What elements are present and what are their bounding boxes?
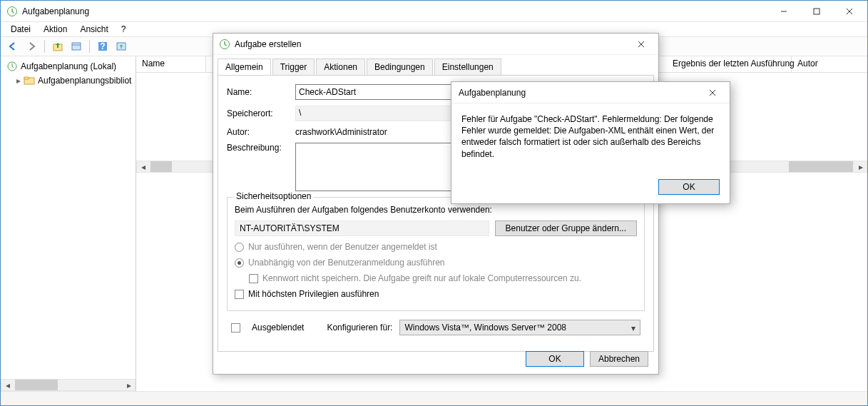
account-field: NT-AUTORITÄT\SYSTEM (235, 220, 489, 236)
security-options-group: Sicherheitsoptionen Beim Ausführen der A… (227, 197, 645, 311)
scroll-right-icon[interactable]: ▸ (854, 161, 867, 172)
label-hidden: Ausgeblendet (252, 323, 304, 333)
scroll-left-icon[interactable]: ◂ (137, 161, 149, 172)
tree-library-label: Aufgabenplanungsbibliot (38, 76, 131, 86)
tree-pane: Aufgabenplanung (Lokal) ▸ Aufgabenplanun… (1, 56, 136, 391)
dialog-titlebar: Aufgabe erstellen (213, 34, 658, 55)
scroll-right-icon[interactable]: ▸ (123, 380, 135, 390)
statusbar (1, 391, 867, 405)
refresh-button[interactable] (113, 39, 129, 54)
messagebox-close-button[interactable] (703, 83, 723, 102)
radio-run-any[interactable]: Unabhängig von der Benutzeranmeldung aus… (235, 258, 637, 268)
tree-library[interactable]: ▸ Aufgabenplanungsbibliot (1, 73, 136, 88)
tab-trigger[interactable]: Trigger (272, 59, 315, 76)
checkbox-hidden[interactable] (231, 323, 240, 333)
column-last-result[interactable]: Ergebnis der letzten Ausführung (667, 56, 792, 72)
dialog-close-button[interactable] (630, 34, 653, 54)
ok-button[interactable]: OK (526, 351, 584, 367)
menu-view[interactable]: Ansicht (74, 23, 113, 36)
change-user-button[interactable]: Benutzer oder Gruppe ändern... (495, 220, 637, 236)
properties-button[interactable] (68, 39, 84, 54)
minimize-button[interactable] (767, 1, 800, 21)
radio-icon (235, 258, 244, 268)
configure-for-select[interactable]: Windows Vista™, Windows Server™ 2008 ▾ (399, 320, 640, 335)
messagebox-ok-button[interactable]: OK (658, 179, 720, 195)
svg-rect-13 (24, 77, 29, 79)
label-location: Speicherort: (227, 108, 295, 118)
scrollbar-thumb[interactable] (789, 161, 853, 172)
cancel-button[interactable]: Abbrechen (590, 351, 648, 367)
checkbox-icon (249, 274, 258, 283)
label-author: Autor: (227, 127, 295, 137)
up-button[interactable] (50, 39, 66, 54)
scrollbar-thumb[interactable] (150, 161, 172, 172)
column-name[interactable]: Name (136, 56, 206, 72)
forward-button[interactable] (24, 39, 39, 54)
folder-icon (24, 75, 35, 86)
dialog-title: Aufgabe erstellen (235, 39, 630, 49)
radio-icon (235, 243, 244, 252)
tab-conditions[interactable]: Bedingungen (367, 59, 433, 76)
tab-actions[interactable]: Aktionen (316, 59, 365, 76)
window-title: Aufgabenplanung (22, 6, 767, 16)
help-button[interactable]: ? (95, 39, 111, 54)
checkbox-no-password[interactable]: Kennwort nicht speichern. Die Aufgabe gr… (249, 273, 637, 283)
column-author[interactable]: Autor (792, 56, 867, 72)
titlebar: Aufgabenplanung (1, 1, 867, 22)
messagebox-text: Fehler für Aufgabe "Check-ADStart". Fehl… (451, 103, 730, 160)
security-group-title: Sicherheitsoptionen (233, 191, 314, 201)
svg-rect-6 (72, 43, 81, 50)
scrollbar-thumb[interactable] (15, 380, 58, 390)
clock-icon (6, 6, 18, 17)
chevron-down-icon: ▾ (631, 323, 635, 333)
label-description: Beschreibung: (227, 143, 295, 153)
messagebox-titlebar: Aufgabenplanung (451, 82, 730, 103)
error-messagebox: Aufgabenplanung Fehler für Aufgabe "Chec… (451, 81, 730, 204)
menu-action[interactable]: Aktion (38, 23, 73, 36)
scroll-left-icon[interactable]: ◂ (1, 380, 14, 390)
security-prompt: Beim Ausführen der Aufgaben folgendes Be… (235, 205, 637, 215)
checkbox-highest-privileges[interactable]: Mit höchsten Privilegien ausführen (235, 289, 637, 299)
svg-rect-2 (814, 9, 820, 14)
clock-icon (6, 61, 18, 72)
tab-settings[interactable]: Einstellungen (434, 59, 501, 76)
clock-icon (219, 39, 230, 50)
checkbox-icon (235, 290, 244, 299)
tabstrip: Allgemein Trigger Aktionen Bedingungen E… (213, 58, 658, 75)
menu-help[interactable]: ? (116, 23, 132, 36)
tab-general[interactable]: Allgemein (218, 59, 271, 76)
maximize-button[interactable] (800, 1, 833, 21)
close-button[interactable] (833, 1, 866, 21)
messagebox-title: Aufgabenplanung (459, 88, 703, 98)
tree-root-label: Aufgabenplanung (Lokal) (21, 61, 116, 71)
menu-file[interactable]: Datei (5, 23, 36, 36)
label-configure-for: Konfigurieren für: (327, 323, 392, 333)
svg-text:?: ? (100, 41, 105, 51)
chevron-right-icon: ▸ (16, 76, 24, 86)
back-button[interactable] (5, 39, 21, 54)
tree-root[interactable]: Aufgabenplanung (Lokal) (1, 59, 136, 73)
radio-run-when-logged-on[interactable]: Nur ausführen, wenn der Benutzer angemel… (235, 242, 637, 252)
label-name: Name: (227, 87, 295, 97)
